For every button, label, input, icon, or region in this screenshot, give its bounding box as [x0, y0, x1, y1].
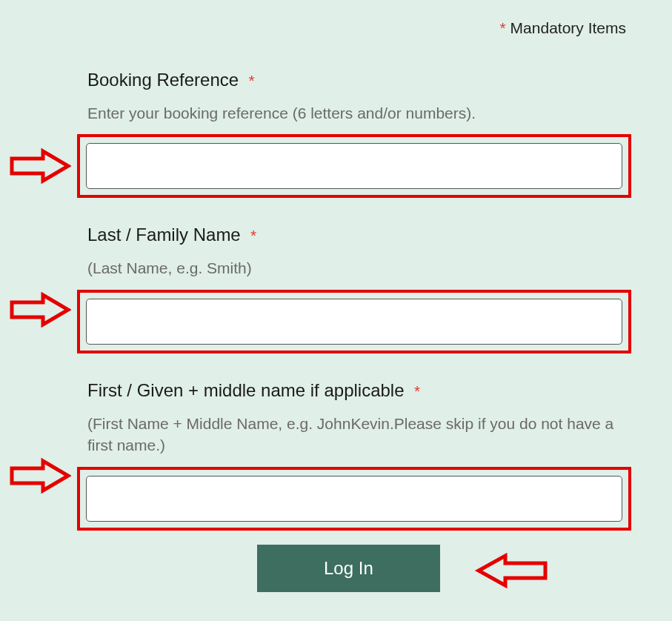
first-name-hint: (First Name + Middle Name, e.g. JohnKevi…: [87, 413, 636, 456]
asterisk-icon: *: [414, 382, 420, 399]
arrow-right-icon: [9, 458, 71, 494]
booking-reference-group: Booking Reference * Enter your booking r…: [87, 70, 636, 198]
first-name-input[interactable]: [86, 476, 622, 522]
submit-wrapper: Log In: [257, 545, 440, 592]
highlight-box: [77, 290, 631, 353]
last-name-hint: (Last Name, e.g. Smith): [87, 257, 636, 279]
last-name-input[interactable]: [86, 299, 622, 345]
arrow-left-icon: [474, 553, 548, 588]
mandatory-note: * Mandatory Items: [500, 19, 626, 37]
last-name-group: Last / Family Name * (Last Name, e.g. Sm…: [87, 225, 636, 353]
booking-reference-input[interactable]: [86, 143, 622, 189]
first-name-label: First / Given + middle name if applicabl…: [87, 380, 636, 401]
asterisk-icon: *: [250, 227, 256, 244]
last-name-label: Last / Family Name *: [87, 225, 636, 245]
highlight-box: [77, 134, 631, 198]
login-form: Booking Reference * Enter your booking r…: [87, 70, 636, 557]
booking-reference-label: Booking Reference *: [87, 70, 636, 90]
login-button[interactable]: Log In: [257, 545, 440, 592]
booking-reference-hint: Enter your booking reference (6 letters …: [87, 102, 636, 124]
mandatory-text: Mandatory Items: [506, 19, 626, 36]
highlight-box: [77, 467, 631, 531]
arrow-right-icon: [9, 292, 71, 328]
asterisk-icon: *: [248, 72, 254, 89]
asterisk-icon: *: [500, 19, 506, 36]
first-name-group: First / Given + middle name if applicabl…: [87, 380, 636, 531]
arrow-right-icon: [9, 148, 71, 184]
